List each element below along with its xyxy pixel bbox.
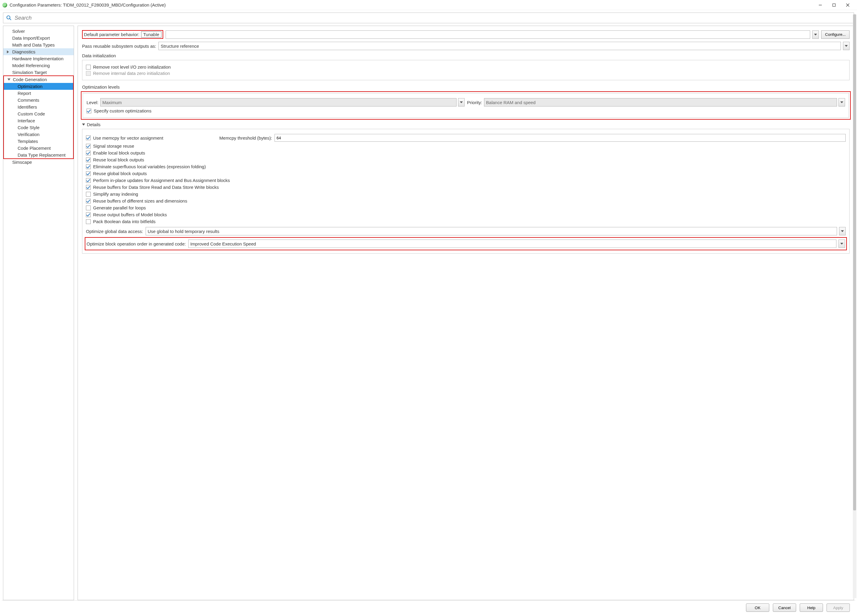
pass-reuse-select[interactable]: Structure reference [158,42,841,50]
detail-check-8[interactable] [86,192,91,196]
detail-check-12[interactable] [86,219,91,224]
memcpy-label: Memcpy threshold (bytes): [219,136,272,140]
category-tree[interactable]: Solver Data Import/Export Math and Data … [3,26,74,600]
pass-reuse-dropdown[interactable] [843,42,849,50]
chevron-down-icon [845,45,848,47]
svg-line-5 [10,19,11,20]
dialog-buttons: OK Cancel Help Apply [2,600,855,615]
opt-global-dropdown[interactable] [839,227,846,235]
tree-report[interactable]: Report [4,90,73,97]
priority-value: Balance RAM and speed [486,100,536,105]
tree-label: Identifiers [18,104,37,110]
tree-data-import-export[interactable]: Data Import/Export [3,35,74,42]
priority-label: Priority: [467,100,482,105]
specify-custom-label: Specify custom optimizations [94,108,151,113]
configure-button[interactable]: Configure... [821,31,849,39]
detail-check-11[interactable] [86,212,91,217]
chevron-down-icon [840,102,843,103]
main-panel: Default parameter behavior: Tunable Conf… [77,26,854,600]
default-param-select[interactable] [166,31,811,39]
search-icon [6,15,12,20]
detail-check-4[interactable] [86,164,91,169]
detail-check-1[interactable] [86,144,91,148]
tree-label: Templates [18,139,38,144]
tree-label: Report [18,91,31,96]
default-param-dropdown[interactable] [812,31,819,39]
detail-check-5[interactable] [86,171,91,176]
tree-label: Code Placement [18,145,51,151]
memcpy-input[interactable] [275,134,846,142]
tree-label: Model Referencing [12,63,50,68]
tree-simscape[interactable]: Simscape [3,159,74,165]
tree-data-type-replacement[interactable]: Data Type Replacement [4,151,73,158]
tree-label: Optimization [18,84,42,89]
minimize-button[interactable] [814,1,827,9]
details-toggle[interactable]: Details [82,122,849,127]
detail-check-2[interactable] [86,151,91,156]
opt-block-select[interactable]: Improved Code Execution Speed [188,239,837,248]
tree-label: Math and Data Types [12,42,55,48]
default-param-value: Tunable [141,31,161,38]
opt-block-dropdown[interactable] [838,239,845,248]
scrollbar-thumb[interactable] [853,14,856,510]
tree-solver[interactable]: Solver [3,28,74,35]
default-param-label: Default parameter behavior: [84,32,139,37]
detail-check-6[interactable] [86,178,91,183]
tree-interface[interactable]: Interface [4,117,73,124]
opt-block-label: Optimize block operation order in genera… [87,241,186,246]
detail-label-8: Simplify array indexing [93,191,138,196]
scrollbar[interactable] [853,14,856,598]
tree-model-referencing[interactable]: Model Referencing [3,62,74,69]
tree-identifiers[interactable]: Identifiers [4,103,73,110]
app-icon [2,3,7,8]
ok-button[interactable]: OK [746,604,769,612]
detail-label-12: Pack Boolean data into bitfields [93,219,155,224]
opt-levels-title: Optimization levels [82,85,849,90]
close-button[interactable] [841,1,855,9]
chevron-down-icon [460,102,463,103]
search-input[interactable] [14,15,851,22]
tree-comments[interactable]: Comments [4,97,73,103]
cancel-button[interactable]: Cancel [773,604,796,612]
detail-check-9[interactable] [86,199,91,204]
tree-templates[interactable]: Templates [4,138,73,145]
remove-root-io-label: Remove root level I/O zero initializatio… [93,65,171,69]
details-title: Details [87,122,101,127]
tree-math-data-types[interactable]: Math and Data Types [3,42,74,48]
help-button[interactable]: Help [800,604,823,612]
tree-label: Code Generation [13,77,47,82]
tree-verification[interactable]: Verification [4,131,73,138]
remove-root-io-checkbox[interactable] [86,65,91,69]
tree-code-generation[interactable]: Code Generation [4,76,73,83]
detail-label-3: Reuse local block outputs [93,157,144,162]
opt-global-select[interactable]: Use global to hold temporary results [145,227,837,235]
opt-levels-panel: Level: Maximum Priority: Balance RAM and… [83,93,849,118]
maximize-button[interactable] [827,1,841,9]
tree-code-style[interactable]: Code Style [4,124,73,131]
titlebar: Configuration Parameters: TIDM_02012_F28… [0,0,857,10]
caret-right-icon [7,50,9,53]
detail-check-10[interactable] [86,205,91,210]
opt-global-value: Use global to hold temporary results [148,229,219,234]
svg-rect-1 [833,3,835,6]
search-bar[interactable] [3,12,854,23]
opt-block-value: Improved Code Execution Speed [190,241,256,246]
detail-check-7[interactable] [86,185,91,190]
level-dropdown[interactable] [458,98,465,107]
data-init-panel: Remove root level I/O zero initializatio… [82,60,849,80]
detail-label-0: Use memcpy for vector assignment [93,136,163,140]
detail-label-6: Perform in-place updates for Assignment … [93,178,230,183]
pass-reuse-value: Structure reference [161,43,199,49]
tree-code-placement[interactable]: Code Placement [4,145,73,151]
tree-hardware-impl[interactable]: Hardware Implementation [3,55,74,62]
tree-label: Custom Code [18,111,45,116]
detail-check-0[interactable] [86,136,91,140]
tree-diagnostics[interactable]: Diagnostics [3,48,74,55]
priority-dropdown[interactable] [838,98,845,107]
tree-simulation-target[interactable]: Simulation Target [3,69,74,76]
specify-custom-checkbox[interactable] [87,108,91,113]
tree-custom-code[interactable]: Custom Code [4,110,73,117]
window-title: Configuration Parameters: TIDM_02012_F28… [9,2,166,8]
detail-check-3[interactable] [86,157,91,162]
tree-optimization[interactable]: Optimization [4,83,73,90]
